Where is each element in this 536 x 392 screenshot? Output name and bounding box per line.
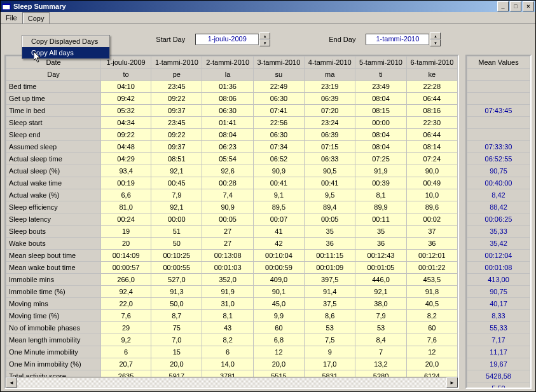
cell-value: 00:01:09: [305, 262, 355, 274]
cell-value: 8,7: [151, 310, 202, 322]
cell-value: 7,6: [101, 310, 151, 322]
cell-value: 09:22: [151, 129, 202, 141]
start-day-field[interactable]: 1-joulu-2009: [195, 34, 259, 45]
row-label: Total activity score: [6, 370, 101, 377]
end-day-up[interactable]: ▲: [430, 32, 441, 39]
cell-value: 40,5: [406, 298, 457, 310]
cell-value: 9,2: [101, 334, 151, 346]
table-row: One Min immobility (%)20,720,014,020,017…: [6, 358, 458, 370]
cell-value: 12: [406, 346, 457, 358]
cell-value: 7,5: [305, 334, 355, 346]
cell-value: 08:04: [355, 141, 406, 153]
row-label: Get up time: [6, 93, 101, 105]
cell-value: 20,7: [101, 358, 151, 370]
row-label: Immobile mins: [6, 274, 101, 286]
end-day-down[interactable]: ▼: [430, 39, 441, 46]
cell-value: 22:30: [406, 117, 457, 129]
cell-value: 00:41: [305, 177, 355, 189]
row-label: Immobile time (%): [6, 286, 101, 298]
row-label: Sleep latency: [6, 213, 101, 226]
scroll-track[interactable]: [17, 378, 446, 387]
cell-value: 00:11:15: [305, 250, 355, 262]
cell-value: 9,1: [253, 189, 304, 201]
cell-value: 08:04: [355, 129, 406, 141]
cell-value: 20,0: [253, 358, 304, 370]
cell-value: 50: [151, 238, 202, 250]
cell-value: 92,1: [355, 286, 406, 298]
cell-value: 17,0: [305, 358, 355, 370]
table-row: Sleep start04:3423:4501:4122:5623:2400:0…: [6, 117, 458, 129]
cell-value: 06:30: [253, 129, 304, 141]
cell-value: 05:32: [101, 105, 151, 117]
col-header: 5-tammi-2010: [355, 57, 406, 69]
cell-value: 08:16: [406, 105, 457, 117]
table-row: Mean length immobility9,27,08,26,87,58,4…: [6, 334, 458, 346]
close-button[interactable]: ×: [523, 1, 534, 11]
cell-value: 37: [406, 226, 457, 238]
row-label: Time in bed: [6, 105, 101, 117]
mean-value: 19,67: [467, 358, 530, 370]
col-header: 3-tammi-2010: [253, 57, 304, 69]
cell-value: 27: [202, 238, 253, 250]
cell-value: 5917: [151, 370, 202, 377]
end-day-field[interactable]: 1-tammi-2010: [366, 34, 429, 45]
cell-value: 00:10:25: [151, 250, 202, 262]
cell-value: 20,0: [151, 358, 202, 370]
table-row: No of immobile phases29754360535360: [6, 322, 458, 334]
row-label: No of immobile phases: [6, 322, 101, 334]
horizontal-scrollbar[interactable]: ◄ ►: [6, 377, 458, 388]
row-label: Mean length immobility: [6, 334, 101, 346]
sleep-summary-table: Date1-joulu-20091-tammi-20102-tammi-2010…: [6, 56, 458, 377]
cell-value: 446,0: [355, 274, 406, 286]
cell-value: 91,4: [305, 286, 355, 298]
table-row: Moving time (%)7,68,78,19,98,67,98,2: [6, 310, 458, 322]
start-day-down[interactable]: ▼: [259, 39, 270, 46]
cell-value: 00:00: [151, 213, 202, 226]
menu-file[interactable]: File: [1, 12, 22, 24]
row-label: Sleep end: [6, 129, 101, 141]
menu-bar: File Copy Copy Displayed Days Copy All d…: [1, 12, 535, 24]
cell-value: 45,0: [253, 298, 304, 310]
cell-value: 6124: [406, 370, 457, 377]
start-day-up[interactable]: ▲: [259, 32, 270, 39]
cell-value: 08:15: [355, 105, 406, 117]
end-day-label: End Day: [329, 36, 355, 43]
day-header: to: [101, 69, 151, 81]
maximize-button[interactable]: □: [510, 1, 521, 11]
cell-value: 36: [355, 238, 406, 250]
row-label: Wake bouts: [6, 238, 101, 250]
mean-value: 00:12:04: [467, 250, 530, 262]
start-day-label: Start Day: [156, 36, 185, 43]
menu-copy[interactable]: Copy: [22, 12, 50, 24]
cell-value: 8,2: [406, 310, 457, 322]
cell-value: 00:11: [355, 213, 406, 226]
start-day-spinner: 1-joulu-2009 ▲ ▼: [195, 32, 270, 46]
cell-value: 07:25: [355, 153, 406, 165]
minimize-button[interactable]: _: [497, 1, 509, 11]
cell-value: 6: [101, 346, 151, 358]
scroll-left-button[interactable]: ◄: [6, 377, 17, 388]
cell-value: 22:56: [253, 117, 304, 129]
cell-value: 2635: [101, 370, 151, 377]
cell-value: 06:44: [406, 93, 457, 105]
table-row: Actual sleep time04:2908:5105:5406:5206:…: [6, 153, 458, 165]
cell-value: 00:12:43: [355, 250, 406, 262]
mean-value: 413,00: [467, 274, 530, 286]
mean-value: 8,42: [467, 189, 530, 201]
cell-value: 00:14:09: [101, 250, 151, 262]
cell-value: 60: [406, 322, 457, 334]
cell-value: 22:49: [253, 81, 304, 93]
cell-value: 04:48: [101, 141, 151, 153]
cell-value: 14,0: [202, 358, 253, 370]
cell-value: 6: [202, 346, 253, 358]
copy-displayed-days[interactable]: Copy Displayed Days: [22, 36, 109, 47]
cell-value: 00:45: [151, 177, 202, 189]
cell-value: 09:22: [151, 93, 202, 105]
cell-value: 409,0: [253, 274, 304, 286]
scroll-right-button[interactable]: ►: [446, 377, 458, 388]
row-label: Actual wake time: [6, 177, 101, 189]
table-row: Actual wake time00:1900:4500:2800:4100:4…: [6, 177, 458, 189]
table-row: Wake bouts20502742363636: [6, 238, 458, 250]
cell-value: 36: [406, 238, 457, 250]
table-row: Assumed sleep04:4809:3706:2307:3407:1508…: [6, 141, 458, 153]
